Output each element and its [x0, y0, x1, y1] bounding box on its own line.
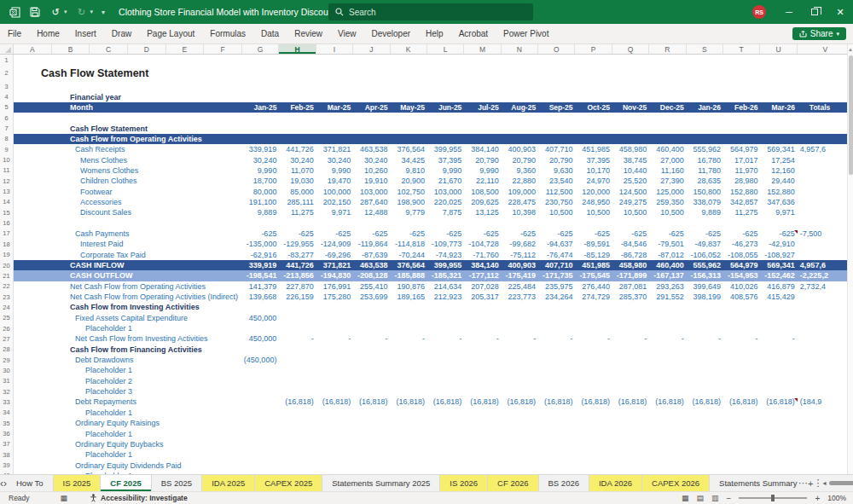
- column-header-S[interactable]: S: [687, 44, 723, 54]
- cell-value[interactable]: -167,137: [649, 271, 686, 280]
- minimize-button[interactable]: ─: [776, 0, 802, 24]
- cell-value[interactable]: 28,980: [723, 177, 760, 185]
- cell-value[interactable]: 416,879: [760, 282, 797, 291]
- cell-value[interactable]: 38,745: [612, 156, 649, 165]
- cell-label-row34[interactable]: Placeholder 1: [14, 408, 242, 417]
- cell-value[interactable]: 9,779: [391, 208, 427, 217]
- column-header-D[interactable]: D: [128, 44, 166, 54]
- cell-value[interactable]: 458,980: [612, 145, 649, 154]
- row-header-5[interactable]: 5: [0, 102, 14, 113]
- row-header-21[interactable]: 21: [0, 270, 14, 281]
- cell-value[interactable]: -85,129: [576, 251, 612, 259]
- cell-label-row15[interactable]: Discount Sales: [14, 208, 242, 217]
- cell-label-row17[interactable]: Cash Payments: [14, 229, 242, 238]
- cell-label-row12[interactable]: Children Clothes: [14, 177, 242, 185]
- row-header-6[interactable]: 6: [0, 113, 14, 123]
- cell-value[interactable]: 100,000: [316, 188, 353, 196]
- scroll-up-icon[interactable]: ▲: [848, 44, 853, 54]
- cell-value[interactable]: (16,818): [649, 397, 686, 406]
- cell-value[interactable]: 103,000: [427, 188, 464, 196]
- cell-value[interactable]: -76,474: [538, 251, 575, 259]
- cell-label-row11[interactable]: Womens Clothes: [14, 166, 242, 175]
- cell-value[interactable]: 441,726: [279, 145, 316, 154]
- cell-value[interactable]: -: [723, 334, 760, 343]
- cell-value[interactable]: 407,710: [538, 145, 575, 154]
- cell-value[interactable]: -: [464, 334, 501, 343]
- cell-value[interactable]: -: [687, 334, 723, 343]
- cell-value[interactable]: 342,857: [723, 198, 760, 206]
- sheet-tab-is-2026[interactable]: IS 2026: [440, 475, 488, 491]
- cell-value[interactable]: -625: [502, 229, 538, 238]
- cell-value[interactable]: 9,810: [391, 166, 427, 175]
- cell-value[interactable]: 451,985: [576, 145, 612, 154]
- vertical-scrollbar[interactable]: ▲: [847, 44, 853, 474]
- row-header-10[interactable]: 10: [0, 154, 14, 165]
- cell-value[interactable]: 220,025: [427, 198, 464, 206]
- cell-value[interactable]: -185,888: [391, 271, 427, 280]
- cell-value[interactable]: Dec-25: [649, 103, 686, 112]
- cell-value[interactable]: 12,488: [353, 208, 390, 217]
- cell-value[interactable]: 20,790: [502, 156, 538, 165]
- cell-value[interactable]: 9,630: [538, 166, 575, 175]
- zoom-slider-thumb[interactable]: [771, 495, 775, 501]
- cell-value[interactable]: 338,079: [687, 198, 723, 206]
- cell-value[interactable]: 30,240: [279, 156, 316, 165]
- cell-total[interactable]: -7,500: [798, 229, 847, 238]
- cell-value[interactable]: 228,475: [502, 198, 538, 206]
- cell-value[interactable]: 410,026: [723, 282, 760, 291]
- cell-value[interactable]: Sep-25: [538, 103, 575, 112]
- vertical-scrollbar-thumb[interactable]: [849, 55, 853, 175]
- cell-value[interactable]: -: [576, 334, 612, 343]
- cell-value[interactable]: -86,728: [612, 251, 649, 259]
- cell-value[interactable]: 20,790: [464, 156, 501, 165]
- cell-value[interactable]: 259,350: [649, 198, 686, 206]
- accessibility-status[interactable]: Accessibility: Investigate: [90, 494, 188, 502]
- qat-customize-icon[interactable]: ▾: [102, 9, 105, 16]
- row-header-4[interactable]: 4: [0, 91, 14, 101]
- cell-label-row36[interactable]: Placeholder 1: [14, 430, 242, 438]
- cell-value[interactable]: 287,640: [353, 198, 390, 206]
- row-header-25[interactable]: 25: [0, 313, 14, 323]
- cell-value[interactable]: 10,500: [576, 208, 612, 217]
- cell-value[interactable]: 400,903: [502, 145, 538, 154]
- cell-value[interactable]: -70,244: [391, 251, 427, 259]
- cell-value[interactable]: 202,150: [316, 198, 353, 206]
- cell-value[interactable]: 152,880: [760, 188, 797, 196]
- cell-label-row19[interactable]: Corporate Tax Paid: [14, 251, 242, 259]
- cell-value[interactable]: 12,160: [760, 166, 797, 175]
- column-header-R[interactable]: R: [649, 44, 686, 54]
- cell-value[interactable]: 458,980: [612, 261, 649, 269]
- cell-value[interactable]: 112,500: [538, 188, 575, 196]
- zoom-slider[interactable]: [739, 497, 807, 499]
- cell-value[interactable]: 17,254: [760, 156, 797, 165]
- sheet-tab-ida-2025[interactable]: IDA 2025: [202, 475, 255, 491]
- cell-value[interactable]: (16,818): [760, 397, 797, 406]
- cell-value[interactable]: -99,682: [502, 240, 538, 248]
- cell-value[interactable]: 285,370: [612, 293, 649, 301]
- row-header-30[interactable]: 30: [0, 365, 14, 375]
- cell-value[interactable]: -87,639: [353, 251, 390, 259]
- sheet-tab-statements-summary-2025[interactable]: Statements Summary 2025: [322, 475, 440, 491]
- ribbon-tab-file[interactable]: File: [0, 24, 29, 43]
- cell-value[interactable]: -625: [612, 229, 649, 238]
- row-header-14[interactable]: 14: [0, 197, 14, 207]
- cell-value[interactable]: -69,296: [316, 251, 353, 259]
- cell-value[interactable]: 555,962: [687, 145, 723, 154]
- cell-value[interactable]: -: [612, 334, 649, 343]
- excel-app-icon[interactable]: [9, 6, 20, 18]
- cell-value[interactable]: 564,979: [723, 145, 760, 154]
- cell-value[interactable]: 371,821: [316, 145, 353, 154]
- cell-value[interactable]: 102,750: [391, 188, 427, 196]
- row-header-23[interactable]: 23: [0, 292, 14, 302]
- column-header-G[interactable]: G: [242, 44, 279, 54]
- cell-value[interactable]: 22,110: [464, 177, 501, 185]
- cell-value[interactable]: 415,429: [760, 293, 797, 301]
- cell-value[interactable]: 460,400: [649, 261, 686, 269]
- cell-value[interactable]: 376,564: [391, 145, 427, 154]
- cell-label-row28[interactable]: Cash Flow from Financing Activities: [14, 345, 242, 354]
- cell-value[interactable]: 371,821: [316, 261, 353, 269]
- cell-value[interactable]: 463,538: [353, 145, 390, 154]
- column-header-A[interactable]: A: [14, 44, 52, 54]
- macro-record-icon[interactable]: ▦: [61, 494, 68, 502]
- share-button[interactable]: Share ▾: [792, 27, 846, 40]
